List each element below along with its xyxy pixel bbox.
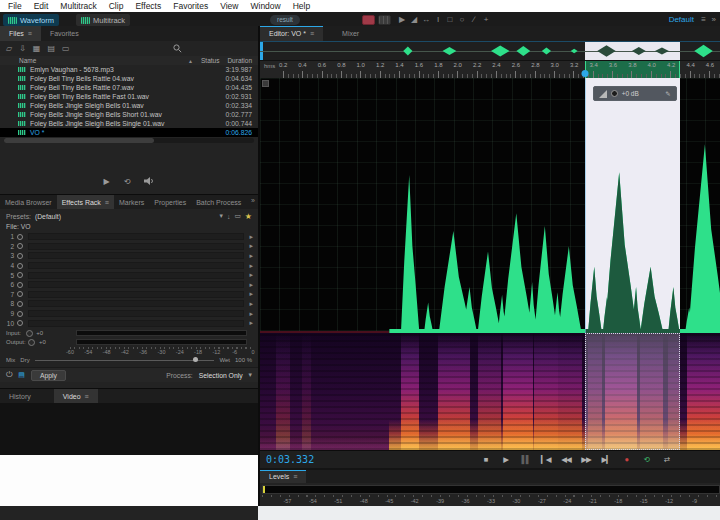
- rewind-button[interactable]: ◀◀: [558, 451, 573, 469]
- column-duration[interactable]: Duration: [227, 57, 258, 64]
- delete-preset-icon[interactable]: ▭: [234, 212, 240, 220]
- menu-item-clip[interactable]: Clip: [103, 0, 130, 12]
- file-row[interactable]: Foley Bell Tiny Bells Rattle 04.wav0:04.…: [0, 74, 258, 83]
- search-icon[interactable]: [173, 44, 182, 53]
- effect-power-icon[interactable]: [17, 301, 23, 307]
- file-row[interactable]: Emlyn Vaughan - 5678.mp33:19.987: [0, 65, 258, 74]
- menu-item-edit[interactable]: Edit: [28, 0, 55, 12]
- spectral-selection[interactable]: [585, 333, 680, 450]
- file-row[interactable]: Foley Bells Jingle Sleigh Bells Short 01…: [0, 110, 258, 119]
- effect-slot-well[interactable]: [28, 272, 244, 279]
- file-row[interactable]: Foley Bells Jingle Sleigh Bells 01.wav0:…: [0, 101, 258, 110]
- volume-hud[interactable]: +0 dB ✎: [593, 86, 677, 101]
- effect-slot[interactable]: 4▸: [0, 261, 258, 271]
- effect-slot[interactable]: 5▸: [0, 270, 258, 280]
- spectral-display-toggle-icon[interactable]: [378, 15, 391, 25]
- time-selection-tool-icon[interactable]: I: [434, 14, 442, 26]
- tab-mixer[interactable]: Mixer: [333, 26, 368, 41]
- effect-power-icon[interactable]: [17, 272, 23, 278]
- effect-power-icon[interactable]: [17, 253, 23, 259]
- effect-slot-arrow-icon[interactable]: ▸: [249, 300, 253, 308]
- waveform-display-toggle-icon[interactable]: [362, 15, 375, 25]
- paintbrush-selection-tool-icon[interactable]: ∕: [470, 14, 478, 26]
- effect-power-icon[interactable]: [17, 291, 23, 297]
- effect-slot-well[interactable]: [28, 233, 244, 240]
- effect-slot-arrow-icon[interactable]: ▸: [249, 252, 253, 260]
- tab-properties[interactable]: Properties: [149, 195, 191, 209]
- tab-history[interactable]: History: [0, 389, 40, 403]
- lasso-selection-tool-icon[interactable]: ○: [458, 14, 466, 26]
- presets-dropdown-icon[interactable]: ▾: [220, 212, 223, 220]
- apply-button[interactable]: Apply: [31, 370, 66, 381]
- rack-power-icon[interactable]: ⏻: [6, 370, 12, 380]
- effect-slot-well[interactable]: [28, 252, 244, 259]
- column-status[interactable]: Status: [193, 57, 227, 64]
- razor-tool-icon[interactable]: ◢: [410, 14, 418, 26]
- effect-slot-well[interactable]: [28, 291, 244, 298]
- files-play-icon[interactable]: ▶: [104, 177, 110, 186]
- toolbar-overflow-icon[interactable]: »: [712, 15, 716, 24]
- time-display[interactable]: 0:03.332: [266, 451, 314, 469]
- effect-power-icon[interactable]: [17, 234, 23, 240]
- effect-slot-arrow-icon[interactable]: ▸: [249, 281, 253, 289]
- levels-panel-menu-icon[interactable]: ≡: [293, 473, 297, 480]
- input-knob[interactable]: [26, 330, 33, 337]
- effect-slot-well[interactable]: [28, 243, 244, 250]
- file-row[interactable]: Foley Bell Tiny Bells Rattle 07.wav0:04.…: [0, 83, 258, 92]
- new-file-icon[interactable]: ▦: [33, 44, 41, 53]
- effects-tabs-overflow-icon[interactable]: »: [251, 197, 255, 204]
- effect-slot[interactable]: 7▸: [0, 290, 258, 300]
- menu-item-help[interactable]: Help: [287, 0, 316, 12]
- file-row[interactable]: VO *0:06.826: [0, 128, 258, 137]
- skip-to-end-button[interactable]: ▶▎: [599, 451, 614, 469]
- effect-slot[interactable]: 6▸: [0, 280, 258, 290]
- playhead-marker[interactable]: [581, 70, 588, 77]
- skip-to-start-button[interactable]: ▎◀: [538, 451, 553, 469]
- menu-item-window[interactable]: Window: [244, 0, 286, 12]
- workspace-selector[interactable]: Default: [669, 15, 694, 24]
- menu-item-view[interactable]: View: [214, 0, 244, 12]
- tab-batch-process[interactable]: Batch Process: [191, 195, 246, 209]
- effect-slot[interactable]: 9▸: [0, 309, 258, 319]
- column-name[interactable]: Name: [0, 57, 36, 64]
- effect-slot[interactable]: 3▸: [0, 251, 258, 261]
- video-panel-menu-icon[interactable]: ≡: [85, 393, 89, 400]
- skip-selection-button[interactable]: ⇄: [659, 451, 674, 469]
- file-row[interactable]: Foley Bell Tiny Bells Rattle Fast 01.wav…: [0, 92, 258, 101]
- effect-slot-arrow-icon[interactable]: ▸: [249, 233, 253, 241]
- effect-slot-well[interactable]: [28, 320, 244, 327]
- process-value[interactable]: Selection Only: [199, 372, 243, 379]
- favorite-star-icon[interactable]: ★: [245, 212, 252, 221]
- insert-multitrack-icon[interactable]: ▤: [47, 44, 55, 53]
- effect-slot[interactable]: 10▸: [0, 318, 258, 328]
- files-column-header[interactable]: Name ▲ Status Duration: [0, 56, 258, 65]
- stop-button[interactable]: ■: [478, 451, 493, 469]
- pause-button[interactable]: ▌▌: [518, 451, 533, 469]
- marquee-selection-tool-icon[interactable]: □: [446, 14, 454, 26]
- move-tool-icon[interactable]: ▶: [398, 14, 406, 26]
- effect-slot-well[interactable]: [28, 310, 244, 317]
- menu-item-favorites[interactable]: Favorites: [167, 0, 214, 12]
- files-scrollbar[interactable]: [4, 138, 254, 143]
- effect-slot-well[interactable]: [28, 281, 244, 288]
- effect-power-icon[interactable]: [17, 263, 23, 269]
- open-file-icon[interactable]: ▱: [6, 44, 12, 53]
- waveform-display[interactable]: +0 dB ✎: [260, 78, 720, 333]
- effect-slot[interactable]: 1▸: [0, 232, 258, 242]
- spectral-display[interactable]: [260, 333, 720, 450]
- hud-pin-icon[interactable]: ✎: [665, 90, 670, 98]
- effect-slot-well[interactable]: [28, 300, 244, 307]
- slip-tool-icon[interactable]: ↔: [422, 14, 430, 26]
- hud-gain-knob[interactable]: [611, 90, 618, 97]
- save-preset-icon[interactable]: ↓: [227, 213, 230, 220]
- tab-favorites[interactable]: Favorites: [41, 26, 88, 41]
- effect-slot-well[interactable]: [28, 262, 244, 269]
- mix-slider-thumb[interactable]: [193, 357, 198, 362]
- effect-slot[interactable]: 2▸: [0, 242, 258, 252]
- tab-video[interactable]: Video ≡: [54, 389, 98, 403]
- files-panel-menu-icon[interactable]: ≡: [28, 30, 32, 37]
- files-loop-icon[interactable]: ⟲: [124, 177, 131, 186]
- editor-panel-menu-icon[interactable]: ≡: [310, 30, 314, 37]
- presets-value[interactable]: (Default): [35, 213, 61, 220]
- effect-power-icon[interactable]: [17, 311, 23, 317]
